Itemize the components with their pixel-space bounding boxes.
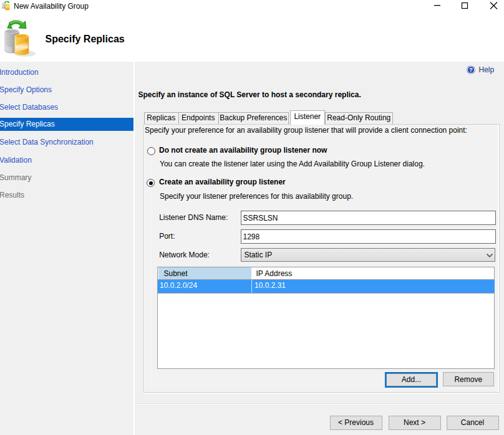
- svg-text:?: ?: [469, 66, 473, 73]
